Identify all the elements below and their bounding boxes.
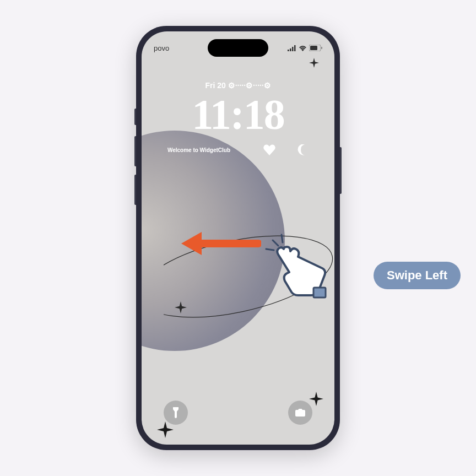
svg-rect-2 — [292, 47, 294, 51]
camera-icon — [295, 408, 306, 417]
welcome-widget: Welcome to WidgetClub — [167, 147, 230, 153]
widget-row: Welcome to WidgetClub — [142, 144, 334, 155]
carrier-label: povo — [154, 44, 169, 52]
status-icons — [288, 45, 322, 51]
heart-icon[interactable] — [263, 144, 275, 155]
dynamic-island — [208, 39, 268, 57]
flashlight-icon — [172, 407, 180, 418]
flashlight-button[interactable] — [164, 401, 188, 425]
volume-down-button[interactable] — [134, 175, 136, 205]
lock-date: Fri 20 ⚙·····⚙·····⚙ — [142, 81, 334, 90]
sparkle-icon — [175, 301, 187, 313]
sparkle-icon — [309, 58, 319, 68]
power-button[interactable] — [340, 147, 342, 194]
svg-rect-0 — [288, 50, 289, 51]
battery-icon — [309, 45, 322, 51]
svg-rect-3 — [294, 45, 296, 51]
lock-screen[interactable]: povo Fri 20 ⚙·····⚙·····⚙ 11:18 Welcome … — [142, 31, 334, 445]
moon-icon[interactable] — [298, 144, 309, 155]
mute-switch[interactable] — [134, 109, 136, 125]
date-text: Fri 20 — [205, 81, 225, 90]
date-decoration: ⚙·····⚙·····⚙ — [226, 81, 271, 90]
svg-rect-12 — [313, 288, 326, 298]
svg-rect-5 — [310, 46, 317, 50]
volume-up-button[interactable] — [134, 136, 136, 166]
phone-frame: povo Fri 20 ⚙·····⚙·····⚙ 11:18 Welcome … — [136, 26, 340, 450]
camera-button[interactable] — [288, 401, 312, 425]
signal-icon — [288, 45, 296, 51]
wallpaper-planet — [142, 131, 285, 351]
svg-rect-6 — [321, 47, 322, 49]
lock-time: 11:18 — [142, 90, 334, 139]
svg-rect-1 — [290, 48, 291, 51]
lock-actions — [142, 401, 334, 425]
wifi-icon — [299, 45, 307, 51]
swipe-instruction-pill: Swipe Left — [374, 262, 461, 289]
